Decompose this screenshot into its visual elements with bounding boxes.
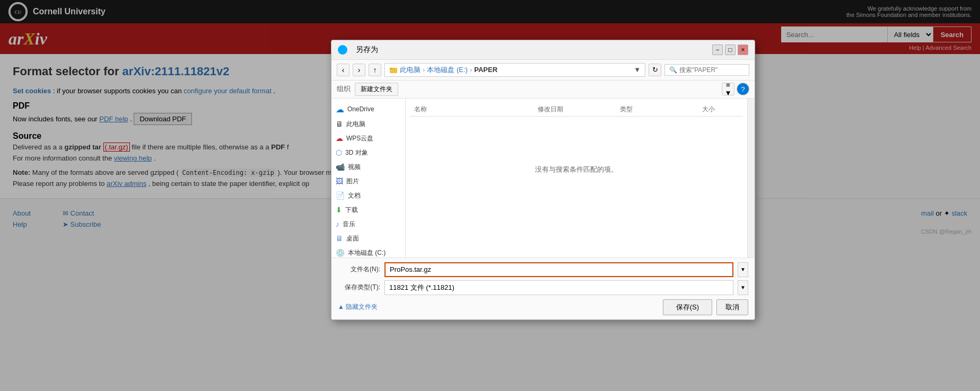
col-type[interactable]: 类型 <box>620 105 702 114</box>
this-pc-icon: 🖥 <box>336 120 343 128</box>
breadcrumb-dropdown-icon[interactable]: ▼ <box>634 66 641 74</box>
sidebar-pictures[interactable]: 🖼 图片 <box>331 174 405 189</box>
dialog-sidebar: ☁ OneDrive 🖥 此电脑 ☁ WPS云盘 ⬡ 3D 对象 📹 视 <box>331 99 406 239</box>
help-button[interactable]: ? <box>737 83 749 95</box>
downloads-icon: ⬇ <box>336 206 342 214</box>
wps-icon: ☁ <box>336 134 343 143</box>
sidebar-onedrive[interactable]: ☁ OneDrive <box>331 102 405 117</box>
scrollbar[interactable] <box>747 99 755 239</box>
organize-label[interactable]: 组织 <box>337 84 351 94</box>
col-date[interactable]: 修改日期 <box>538 105 620 114</box>
toolbar-right: ≡ ▼ ? <box>722 83 749 95</box>
dialog-back-button[interactable]: ‹ <box>337 64 349 76</box>
sidebar-desktop[interactable]: 🖥 桌面 <box>331 232 405 239</box>
file-header: 名称 修改日期 类型 大小 <box>410 103 743 117</box>
pictures-icon: 🖼 <box>336 177 343 185</box>
onedrive-icon: ☁ <box>336 104 344 114</box>
music-icon: ♪ <box>336 220 339 228</box>
sidebar-video[interactable]: 📹 视频 <box>331 160 405 174</box>
view-toggle-button[interactable]: ≡ ▼ <box>722 83 734 95</box>
file-panel: 名称 修改日期 类型 大小 没有与搜索条件匹配的项。 <box>406 99 747 239</box>
dialog-close-button[interactable]: × <box>738 45 748 55</box>
sidebar-wps[interactable]: ☁ WPS云盘 <box>331 131 405 146</box>
breadcrumb-pc[interactable]: 此电脑 <box>400 65 421 75</box>
search-icon: 🔍 <box>669 66 677 74</box>
3d-icon: ⬡ <box>336 148 342 157</box>
video-icon: 📹 <box>336 163 345 171</box>
dialog-controls: − □ × <box>712 45 748 55</box>
dialog-overlay: 另存为 − □ × ‹ › ↑ 此电脑 › 本地磁盘 (E:) › PAPER … <box>0 0 980 239</box>
sidebar-this-pc[interactable]: 🖥 此电脑 <box>331 117 405 131</box>
dialog-forward-button[interactable]: › <box>353 64 365 76</box>
file-empty-message: 没有与搜索条件匹配的项。 <box>410 117 743 223</box>
dialog-toolbar: 组织 新建文件夹 ≡ ▼ ? <box>331 81 755 99</box>
dialog-body: ☁ OneDrive 🖥 此电脑 ☁ WPS云盘 ⬡ 3D 对象 📹 视 <box>331 99 755 239</box>
toolbar-left: 组织 新建文件夹 <box>337 83 398 96</box>
dialog-minimize-button[interactable]: − <box>712 45 723 55</box>
dialog-search-box: 🔍 <box>664 64 749 76</box>
documents-icon: 📄 <box>336 191 345 200</box>
breadcrumb-bar: 此电脑 › 本地磁盘 (E:) › PAPER ▼ <box>384 63 645 77</box>
dialog-search-input[interactable] <box>679 66 738 74</box>
col-size[interactable]: 大小 <box>702 105 743 114</box>
breadcrumb-paper: PAPER <box>474 66 497 74</box>
col-name[interactable]: 名称 <box>410 105 538 114</box>
sidebar-music[interactable]: ♪ 音乐 <box>331 217 405 232</box>
breadcrumb-disk-e[interactable]: 本地磁盘 (E:) <box>427 65 468 75</box>
dialog-maximize-button[interactable]: □ <box>725 45 736 55</box>
sidebar-3d-objects[interactable]: ⬡ 3D 对象 <box>331 146 405 160</box>
sidebar-downloads[interactable]: ⬇ 下载 <box>331 203 405 217</box>
folder-icon <box>389 66 398 74</box>
desktop-icon: 🖥 <box>336 234 343 239</box>
dialog-title: 另存为 <box>356 45 378 55</box>
dialog-refresh-button[interactable]: ↻ <box>649 64 661 76</box>
dialog-up-button[interactable]: ↑ <box>369 64 381 76</box>
sidebar-documents[interactable]: 📄 文档 <box>331 189 405 203</box>
dialog-titlebar: 另存为 − □ × <box>331 40 755 60</box>
dialog-nav: ‹ › ↑ 此电脑 › 本地磁盘 (E:) › PAPER ▼ ↻ 🔍 <box>331 60 755 81</box>
dialog-icon <box>338 45 347 55</box>
save-as-dialog: 另存为 − □ × ‹ › ↑ 此电脑 › 本地磁盘 (E:) › PAPER … <box>331 40 755 239</box>
new-folder-button[interactable]: 新建文件夹 <box>355 83 398 96</box>
